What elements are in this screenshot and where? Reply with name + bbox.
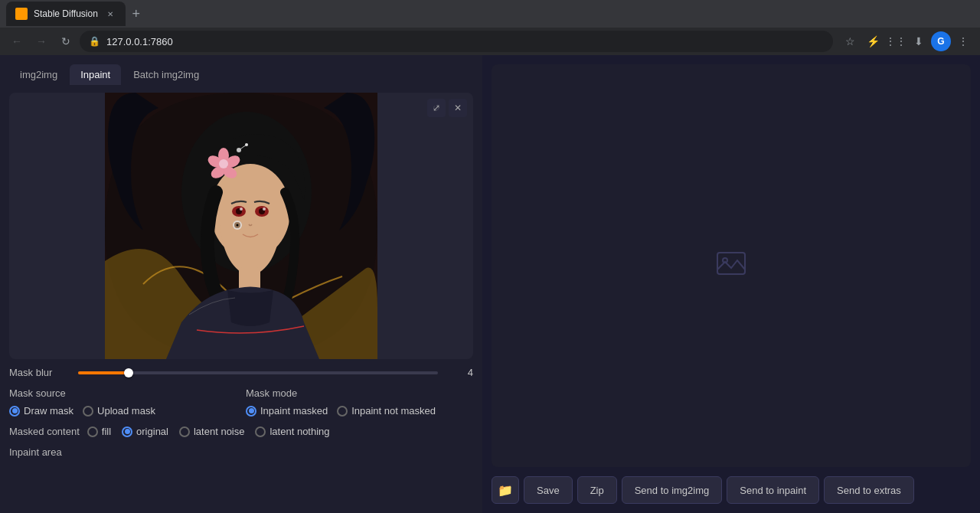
right-panel: 📁 Save Zip Send to img2img Send to inpai… <box>482 55 980 513</box>
downloads-icon[interactable]: ⬇ <box>908 31 929 52</box>
new-tab-button[interactable]: + <box>126 3 147 25</box>
reload-button[interactable]: ↻ <box>55 31 77 52</box>
mask-mode-inpaint-not-masked[interactable]: Inpaint not masked <box>337 405 436 417</box>
tab-img2img[interactable]: img2img <box>9 64 68 85</box>
folder-icon: 📁 <box>498 483 513 498</box>
save-button[interactable]: Save <box>524 476 573 504</box>
title-bar: Stable Diffusion ✕ + <box>0 0 980 28</box>
mask-mode-inpaint-masked[interactable]: Inpaint masked <box>246 405 328 417</box>
bookmark-icon[interactable]: ☆ <box>839 31 861 52</box>
svg-point-12 <box>245 143 248 146</box>
mask-mode-label: Mask mode <box>246 387 473 399</box>
inpaint-area-label: Inpaint area <box>9 446 70 458</box>
tab-favicon <box>15 8 28 20</box>
mask-source-group: Mask source Draw mask Upload mask <box>9 387 237 417</box>
anime-illustration <box>105 93 377 359</box>
lock-icon: 🔒 <box>89 36 100 47</box>
address-bar[interactable]: 🔒 127.0.0.1:7860 <box>80 31 833 52</box>
inpaint-masked-radio[interactable] <box>246 406 256 417</box>
browser-chrome: Stable Diffusion ✕ + ← → ↻ 🔒 127.0.0.1:7… <box>0 0 980 55</box>
app-container: img2img Inpaint Batch img2img <box>0 55 980 513</box>
mc-latent-nothing[interactable]: latent nothing <box>255 426 329 437</box>
mask-source-label: Mask source <box>9 387 237 399</box>
send-to-img2img-button[interactable]: Send to img2img <box>622 476 723 504</box>
send-to-extras-button[interactable]: Send to extras <box>824 476 914 504</box>
extension-icon[interactable]: ⚡ <box>862 31 884 52</box>
mask-blur-row: Mask blur 4 <box>9 367 473 378</box>
mask-blur-track <box>78 371 438 374</box>
browser-tab[interactable]: Stable Diffusion ✕ <box>6 2 126 26</box>
send-to-inpaint-button[interactable]: Send to inpaint <box>727 476 819 504</box>
browser-toolbar: ← → ↻ 🔒 127.0.0.1:7860 ☆ ⚡ ⋮⋮ ⬇ G ⋮ <box>0 28 980 55</box>
expand-canvas-btn[interactable]: ⤢ <box>427 99 446 117</box>
mask-mode-group: Mask mode Inpaint masked Inpaint not mas… <box>246 387 473 417</box>
mask-source-options: Draw mask Upload mask <box>9 405 237 417</box>
url-text: 127.0.0.1:7860 <box>106 36 173 47</box>
mask-blur-thumb[interactable] <box>124 368 133 377</box>
fill-radio[interactable] <box>87 426 98 437</box>
inpaint-area-row: Inpaint area <box>9 446 473 458</box>
svg-point-21 <box>723 258 727 263</box>
profile-button[interactable]: G <box>931 31 951 51</box>
mask-blur-slider-container <box>78 371 438 374</box>
controls-section: Mask blur 4 Mask source <box>9 367 473 458</box>
mask-mode-options: Inpaint masked Inpaint not masked <box>246 405 473 417</box>
canvas-image[interactable] <box>9 93 473 359</box>
mc-fill[interactable]: fill <box>87 426 111 437</box>
tab-inpaint[interactable]: Inpaint <box>70 64 121 85</box>
mask-blur-value: 4 <box>452 367 473 378</box>
brush-dot <box>237 224 239 227</box>
svg-point-18 <box>263 207 266 211</box>
original-radio[interactable] <box>122 426 132 437</box>
tabs-row: img2img Inpaint Batch img2img <box>9 64 473 85</box>
tab-batch-img2img[interactable]: Batch img2img <box>122 64 210 85</box>
tab-close-btn[interactable]: ✕ <box>104 8 116 20</box>
svg-point-9 <box>219 159 228 168</box>
mask-blur-fill <box>78 371 129 374</box>
mc-original[interactable]: original <box>122 426 168 437</box>
mask-source-draw[interactable]: Draw mask <box>9 405 74 417</box>
zip-button[interactable]: Zip <box>577 476 617 504</box>
svg-point-17 <box>240 207 243 211</box>
left-panel: img2img Inpaint Batch img2img <box>0 55 482 513</box>
tab-label: Stable Diffusion <box>34 8 98 19</box>
draw-mask-radio[interactable] <box>9 406 20 417</box>
output-actions: 📁 Save Zip Send to img2img Send to inpai… <box>482 476 980 513</box>
output-area <box>492 64 971 467</box>
latent-noise-radio[interactable] <box>179 426 190 437</box>
folder-button[interactable]: 📁 <box>492 476 519 504</box>
canvas-area: ↺ ✕ ⤢ <box>9 93 473 359</box>
grid-icon[interactable]: ⋮⋮ <box>885 31 906 52</box>
masked-content-label: Masked content <box>9 426 80 437</box>
mask-source-upload[interactable]: Upload mask <box>83 405 155 417</box>
mc-latent-noise[interactable]: latent noise <box>179 426 245 437</box>
forward-button[interactable]: → <box>31 31 52 52</box>
output-placeholder <box>716 248 746 283</box>
menu-icon[interactable]: ⋮ <box>952 31 974 52</box>
latent-nothing-radio[interactable] <box>255 426 266 437</box>
two-col-controls: Mask source Draw mask Upload mask <box>9 387 473 417</box>
upload-mask-radio[interactable] <box>83 406 93 417</box>
image-placeholder-icon <box>716 248 746 279</box>
close-canvas-btn[interactable]: ✕ <box>449 99 467 117</box>
masked-content-row: Masked content fill original latent nois… <box>9 426 473 437</box>
toolbar-actions: ☆ ⚡ ⋮⋮ ⬇ G ⋮ <box>839 31 974 52</box>
back-button[interactable]: ← <box>6 31 28 52</box>
inpaint-not-masked-radio[interactable] <box>337 406 348 417</box>
mask-blur-label: Mask blur <box>9 367 70 378</box>
